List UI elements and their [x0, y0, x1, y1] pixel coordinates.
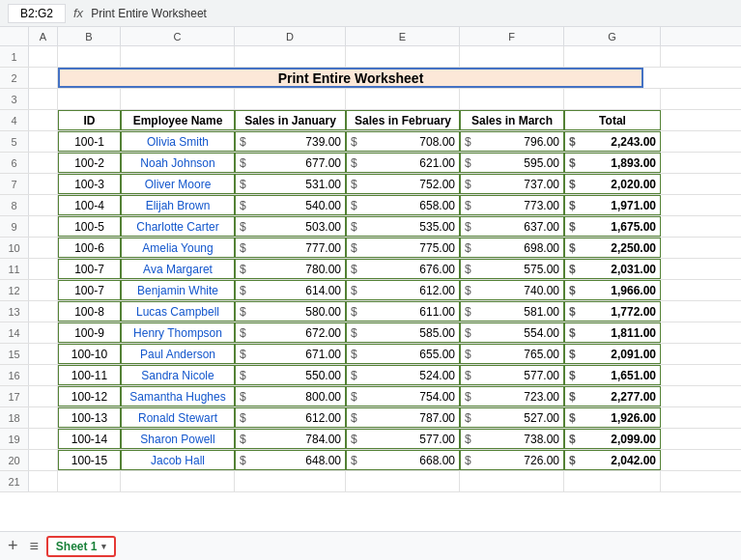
cell-name-10[interactable]: Amelia Young: [121, 238, 235, 258]
cell-total-11[interactable]: $2,031.00: [564, 259, 661, 279]
cell-name-6[interactable]: Noah Johnson: [121, 153, 235, 173]
cell-a2[interactable]: [29, 68, 58, 88]
cell-a5[interactable]: [29, 131, 58, 152]
cell-jan-12[interactable]: $614.00: [235, 280, 346, 300]
cell-id-8[interactable]: 100-4: [58, 195, 121, 215]
cell-feb-11[interactable]: $676.00: [346, 259, 460, 279]
cell-mar-5[interactable]: $796.00: [460, 131, 564, 152]
cell-name-7[interactable]: Oliver Moore: [121, 174, 235, 194]
cell-name-18[interactable]: Ronald Stewart: [121, 407, 235, 428]
cell-f1[interactable]: [460, 46, 564, 67]
cell-e21[interactable]: [346, 471, 460, 491]
cell-a17[interactable]: [29, 386, 58, 406]
cell-id-20[interactable]: 100-15: [58, 450, 121, 470]
cell-id-6[interactable]: 100-2: [58, 153, 121, 173]
cell-total-5[interactable]: $2,243.00: [564, 131, 661, 152]
cell-feb-6[interactable]: $621.00: [346, 153, 460, 173]
cell-feb-20[interactable]: $668.00: [346, 450, 460, 470]
cell-mar-16[interactable]: $577.00: [460, 365, 564, 385]
cell-a16[interactable]: [29, 365, 58, 385]
cell-a3[interactable]: [29, 89, 58, 109]
col-header-f[interactable]: F: [460, 27, 564, 45]
cell-d1[interactable]: [235, 46, 346, 67]
cell-id-11[interactable]: 100-7: [58, 259, 121, 279]
col-header-d[interactable]: D: [235, 27, 346, 45]
cell-id-10[interactable]: 100-6: [58, 238, 121, 258]
cell-total-6[interactable]: $1,893.00: [564, 153, 661, 173]
cell-feb-10[interactable]: $775.00: [346, 238, 460, 258]
cell-a14[interactable]: [29, 322, 58, 343]
cell-id-9[interactable]: 100-5: [58, 216, 121, 237]
cell-feb-8[interactable]: $658.00: [346, 195, 460, 215]
cell-name-19[interactable]: Sharon Powell: [121, 429, 235, 449]
sheet-list-button[interactable]: ≡: [30, 538, 39, 555]
cell-b1[interactable]: [58, 46, 121, 67]
cell-total-16[interactable]: $1,651.00: [564, 365, 661, 385]
cell-name-8[interactable]: Elijah Brown: [121, 195, 235, 215]
cell-total-13[interactable]: $1,772.00: [564, 301, 661, 322]
cell-a13[interactable]: [29, 301, 58, 322]
cell-g21[interactable]: [564, 471, 661, 491]
cell-mar-6[interactable]: $595.00: [460, 153, 564, 173]
cell-jan-16[interactable]: $550.00: [235, 365, 346, 385]
cell-a4[interactable]: [29, 110, 58, 130]
cell-e1[interactable]: [346, 46, 460, 67]
cell-total-8[interactable]: $1,971.00: [564, 195, 661, 215]
cell-id-5[interactable]: 100-1: [58, 131, 121, 152]
cell-name-11[interactable]: Ava Margaret: [121, 259, 235, 279]
cell-id-18[interactable]: 100-13: [58, 407, 121, 428]
cell-total-10[interactable]: $2,250.00: [564, 238, 661, 258]
cell-jan-13[interactable]: $580.00: [235, 301, 346, 322]
cell-a18[interactable]: [29, 407, 58, 428]
cell-mar-17[interactable]: $723.00: [460, 386, 564, 406]
cell-total-18[interactable]: $1,926.00: [564, 407, 661, 428]
col-header-a[interactable]: A: [29, 27, 58, 45]
cell-feb-17[interactable]: $754.00: [346, 386, 460, 406]
cell-mar-13[interactable]: $581.00: [460, 301, 564, 322]
cell-name-12[interactable]: Benjamin White: [121, 280, 235, 300]
cell-g3[interactable]: [564, 89, 661, 109]
cell-a7[interactable]: [29, 174, 58, 194]
cell-jan-19[interactable]: $784.00: [235, 429, 346, 449]
cell-total-15[interactable]: $2,091.00: [564, 344, 661, 364]
add-sheet-button[interactable]: +: [8, 536, 18, 556]
cell-jan-14[interactable]: $672.00: [235, 322, 346, 343]
cell-g1[interactable]: [564, 46, 661, 67]
cell-id-14[interactable]: 100-9: [58, 322, 121, 343]
cell-mar-9[interactable]: $637.00: [460, 216, 564, 237]
cell-id-19[interactable]: 100-14: [58, 429, 121, 449]
cell-jan-17[interactable]: $800.00: [235, 386, 346, 406]
cell-name-20[interactable]: Jacob Hall: [121, 450, 235, 470]
cell-mar-20[interactable]: $726.00: [460, 450, 564, 470]
cell-f3[interactable]: [460, 89, 564, 109]
cell-jan-5[interactable]: $739.00: [235, 131, 346, 152]
cell-a15[interactable]: [29, 344, 58, 364]
cell-f21[interactable]: [460, 471, 564, 491]
cell-b21[interactable]: [58, 471, 121, 491]
cell-jan-6[interactable]: $677.00: [235, 153, 346, 173]
cell-jan-20[interactable]: $648.00: [235, 450, 346, 470]
cell-jan-9[interactable]: $503.00: [235, 216, 346, 237]
cell-a19[interactable]: [29, 429, 58, 449]
sheet-tab-1[interactable]: Sheet 1 ▾: [46, 536, 116, 557]
col-header-b[interactable]: B: [58, 27, 121, 45]
cell-mar-10[interactable]: $698.00: [460, 238, 564, 258]
cell-jan-8[interactable]: $540.00: [235, 195, 346, 215]
cell-mar-11[interactable]: $575.00: [460, 259, 564, 279]
cell-a6[interactable]: [29, 153, 58, 173]
cell-reference[interactable]: B2:G2: [8, 4, 66, 23]
cell-jan-18[interactable]: $612.00: [235, 407, 346, 428]
cell-mar-18[interactable]: $527.00: [460, 407, 564, 428]
cell-feb-14[interactable]: $585.00: [346, 322, 460, 343]
cell-mar-19[interactable]: $738.00: [460, 429, 564, 449]
cell-c21[interactable]: [121, 471, 235, 491]
cell-total-12[interactable]: $1,966.00: [564, 280, 661, 300]
cell-feb-18[interactable]: $787.00: [346, 407, 460, 428]
col-header-c[interactable]: C: [121, 27, 235, 45]
cell-a9[interactable]: [29, 216, 58, 237]
cell-id-7[interactable]: 100-3: [58, 174, 121, 194]
cell-id-15[interactable]: 100-10: [58, 344, 121, 364]
cell-d3[interactable]: [235, 89, 346, 109]
cell-total-17[interactable]: $2,277.00: [564, 386, 661, 406]
cell-a11[interactable]: [29, 259, 58, 279]
